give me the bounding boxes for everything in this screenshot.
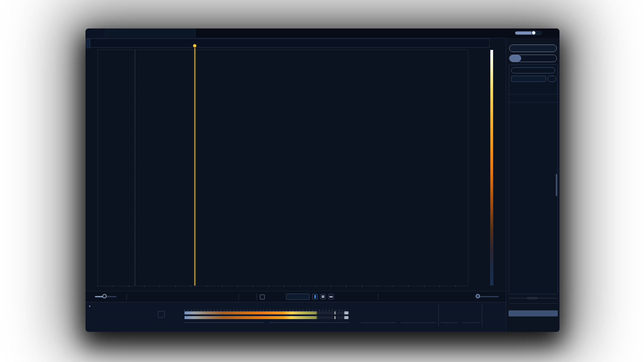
new-tab-icon[interactable]: [197, 31, 202, 35]
up-down-arrows-icon: [87, 42, 90, 46]
right-panel: [506, 38, 559, 332]
panel-mode-toggle: [509, 55, 557, 62]
module-list-scrollbar[interactable]: [556, 174, 557, 196]
colorbar-scale: [494, 50, 504, 286]
volume-slider-knob[interactable]: [531, 31, 536, 35]
brush-tool-icon[interactable]: [344, 294, 350, 300]
time-format-label[interactable]: ▾: [89, 304, 91, 308]
frequency-selection-tool[interactable]: [328, 294, 334, 299]
magic-wand-tool-icon[interactable]: [352, 294, 358, 300]
loop-icon[interactable]: [167, 312, 172, 318]
modules-panel: [509, 64, 558, 294]
stem-split-tab[interactable]: [521, 56, 532, 60]
declick-node-tool-icon[interactable]: [381, 294, 387, 300]
rx-sphere-icon: [88, 31, 93, 36]
go-to-end-icon[interactable]: [173, 312, 179, 318]
return-to-start-icon[interactable]: [145, 312, 151, 318]
zoom-reset-icon[interactable]: [230, 294, 236, 300]
rx-app-window: ▾: [86, 28, 559, 332]
blend-slider-knob[interactable]: [102, 294, 107, 298]
hzoom-out-icon[interactable]: [469, 294, 475, 300]
frequency-scale: [478, 50, 489, 286]
module-list: [509, 65, 557, 294]
time-selection-tool[interactable]: [312, 294, 318, 299]
record-icon[interactable]: [139, 312, 144, 318]
process-mode-select[interactable]: [286, 294, 310, 300]
monitor-icon[interactable]: [131, 312, 137, 318]
meter-ticks: [184, 310, 349, 311]
stop-icon[interactable]: [152, 312, 158, 318]
hzoom-slider-knob[interactable]: [476, 294, 480, 298]
clipboard-icon[interactable]: [129, 294, 135, 300]
playhead-marker[interactable]: [193, 44, 197, 48]
spectrogram-blend-icon[interactable]: [119, 294, 125, 300]
modules-list-icon: [513, 56, 517, 60]
time-axis: [98, 286, 468, 291]
overview-resize-handle[interactable]: [86, 39, 90, 48]
spectrogram-display[interactable]: [98, 50, 468, 286]
time-freq-selection-tool[interactable]: [320, 294, 326, 299]
chevron-down-icon: [290, 295, 293, 298]
amplitude-scale: [468, 50, 477, 286]
volume-control: [515, 28, 553, 38]
repair-assistant-icon: [530, 46, 534, 51]
waveform-overview[interactable]: [90, 39, 490, 48]
file-format-label: [184, 322, 349, 323]
file-tab[interactable]: [106, 28, 196, 38]
scissors-icon: [524, 56, 528, 60]
tab-close-icon[interactable]: [188, 31, 192, 35]
module-list-hscrollbar[interactable]: [509, 297, 558, 299]
freq-unit-label: [440, 322, 480, 323]
comment-icon[interactable]: [138, 294, 144, 300]
time-unit-label: [361, 322, 436, 323]
lasso-tool-icon[interactable]: [336, 294, 342, 300]
level-meter-right: [184, 316, 349, 319]
zoom-selection-icon[interactable]: [222, 294, 228, 300]
spectrogram-colorbar[interactable]: [490, 50, 493, 286]
harmonics-tool-icon[interactable]: [360, 294, 366, 300]
zoom-in-icon[interactable]: [207, 294, 213, 300]
history-item-initial-state[interactable]: [508, 310, 558, 316]
instant-process-checkbox[interactable]: [260, 295, 265, 299]
rx-logo: [86, 29, 106, 38]
feather-tool-icon[interactable]: [368, 294, 373, 300]
meter-scale: [184, 306, 349, 309]
play-icon: [159, 312, 164, 317]
display-toolbar: [86, 291, 505, 302]
hand-tool-icon[interactable]: [249, 294, 255, 300]
play-button[interactable]: [158, 311, 165, 318]
modules-tab[interactable]: [509, 55, 521, 62]
feather-dropdown-icon[interactable]: [373, 294, 376, 300]
signal-flow-icon[interactable]: [548, 31, 553, 36]
repair-assistant-button[interactable]: [509, 45, 557, 52]
zoom-out-icon[interactable]: [215, 294, 221, 300]
playhead-line: [195, 48, 195, 286]
level-meter-left: [184, 311, 349, 314]
desktop: ▾: [0, 0, 644, 362]
waveform-blend-icon[interactable]: [88, 294, 93, 300]
status-bar: ▾: [86, 302, 505, 332]
title-bar: [86, 28, 559, 38]
selection-cursor-line: [135, 50, 135, 286]
volume-slider[interactable]: [515, 31, 542, 35]
magnify-tool-icon[interactable]: [241, 294, 247, 300]
